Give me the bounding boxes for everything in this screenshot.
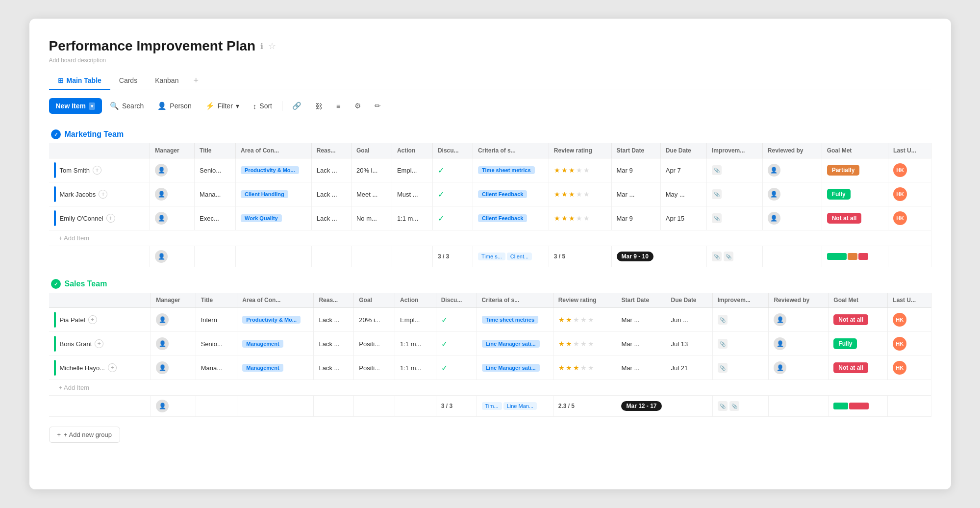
- cell-criteria[interactable]: Time sheet metrics: [473, 158, 549, 182]
- star-icon[interactable]: ☆: [268, 41, 276, 51]
- area-tag[interactable]: Work Quality: [241, 214, 282, 222]
- col-criteria: Criteria of s...: [477, 293, 553, 308]
- add-item-row[interactable]: + Add Item: [49, 230, 931, 246]
- search-button[interactable]: 🔍 Search: [104, 98, 150, 114]
- cell-criteria[interactable]: Time sheet metrics: [477, 308, 553, 332]
- last-update-avatar: HK: [893, 313, 906, 327]
- summary-cell-action: [395, 396, 436, 417]
- add-to-row-icon[interactable]: +: [93, 166, 101, 175]
- summary-improvement: 📎 📎: [706, 246, 762, 267]
- add-to-row-icon[interactable]: +: [99, 190, 107, 199]
- add-to-row-icon[interactable]: +: [95, 339, 103, 348]
- cell-action: 1:1 m...: [392, 206, 432, 230]
- cell-last-update: HK: [888, 158, 931, 182]
- filter-button[interactable]: ⚡ Filter ▾: [200, 98, 245, 114]
- table-row[interactable]: Tom Smith + 👤 Senio... Productivity & Mo…: [49, 158, 931, 182]
- cell-start-date: Mar ...: [616, 308, 666, 332]
- app-container: Performance Improvement Plan ℹ ☆ Add boa…: [29, 19, 951, 489]
- cell-criteria[interactable]: Client Feedback: [473, 182, 549, 206]
- summary-bar: [858, 253, 868, 260]
- new-item-button[interactable]: New Item ▾: [49, 98, 102, 114]
- edit-icon-button[interactable]: ✏: [369, 98, 387, 114]
- sales-team-name: Sales Team: [65, 279, 107, 288]
- criteria-tag[interactable]: Line Manager sati...: [482, 364, 540, 372]
- settings-icon-button[interactable]: ⚙: [349, 98, 367, 114]
- cell-area[interactable]: Management: [237, 332, 314, 356]
- cell-goal-met: Not at all: [829, 308, 888, 332]
- criteria-tag[interactable]: Time sheet metrics: [478, 166, 534, 174]
- board-description[interactable]: Add board description: [49, 57, 931, 64]
- page-title: Performance Improvement Plan: [49, 38, 256, 54]
- toolbar: New Item ▾ 🔍 Search 👤 Person ⚡ Filter ▾ …: [49, 98, 931, 114]
- cell-goal: Positi...: [354, 356, 395, 380]
- criteria-tag[interactable]: Time sheet metrics: [482, 316, 538, 324]
- unlink-icon-button[interactable]: ⛓: [309, 99, 328, 114]
- add-item-row[interactable]: + Add Item: [49, 380, 931, 396]
- star-5: ★: [588, 316, 594, 324]
- cell-criteria[interactable]: Client Feedback: [473, 206, 549, 230]
- criteria-tag[interactable]: Client Feedback: [478, 190, 527, 198]
- area-tag[interactable]: Productivity & Mo...: [242, 316, 301, 324]
- area-tag[interactable]: Productivity & Mo...: [241, 166, 299, 174]
- cell-action: 1:1 m...: [395, 332, 436, 356]
- cell-reason: Lack ...: [314, 356, 354, 380]
- tab-cards-label: Cards: [119, 76, 137, 84]
- improvement-icon: 📎: [712, 189, 722, 199]
- cell-due-date: Jul 13: [666, 332, 712, 356]
- cell-criteria[interactable]: Line Manager sati...: [477, 356, 553, 380]
- cell-name: Michelle Hayo... +: [49, 356, 151, 380]
- star-3: ★: [573, 340, 579, 348]
- cell-area[interactable]: Productivity & Mo...: [236, 158, 312, 182]
- add-group-button[interactable]: + + Add new group: [49, 427, 121, 443]
- person-button[interactable]: 👤 Person: [151, 98, 197, 114]
- summary-criteria-tag: Tim...: [482, 402, 502, 410]
- cell-title: Exec...: [195, 206, 236, 230]
- tab-add[interactable]: +: [187, 72, 204, 90]
- sort-icon: ↕: [253, 102, 257, 110]
- tab-main-table[interactable]: ⊞ Main Table: [49, 72, 110, 90]
- marketing-team-name: Marketing Team: [65, 130, 124, 139]
- star-3: ★: [569, 214, 575, 222]
- tab-cards[interactable]: Cards: [110, 72, 146, 90]
- area-tag[interactable]: Management: [242, 340, 283, 348]
- add-to-row-icon[interactable]: +: [88, 315, 97, 324]
- row-color-bar: [54, 312, 56, 328]
- sort-button[interactable]: ↕ Sort: [247, 99, 278, 114]
- sales-team-icon: ✓: [51, 279, 61, 289]
- criteria-tag[interactable]: Client Feedback: [478, 214, 527, 222]
- cell-rating: ★★★★★: [553, 332, 616, 356]
- add-item-cell[interactable]: + Add Item: [49, 380, 931, 396]
- link-icon-button[interactable]: 🔗: [286, 98, 307, 114]
- table-row[interactable]: Mark Jacobs + 👤 Mana... Client Handling …: [49, 182, 931, 206]
- info-icon[interactable]: ℹ: [260, 42, 263, 51]
- add-to-row-icon[interactable]: +: [106, 214, 115, 223]
- criteria-tag[interactable]: Line Manager sati...: [482, 340, 540, 348]
- discussion-checkmark: ✓: [441, 316, 448, 324]
- area-tag[interactable]: Client Handling: [241, 190, 288, 198]
- col-reviewed: Reviewed by: [762, 143, 822, 158]
- cell-criteria[interactable]: Line Manager sati...: [477, 332, 553, 356]
- cell-area[interactable]: Client Handling: [236, 182, 312, 206]
- cell-name: Mark Jacobs +: [49, 182, 150, 206]
- col-due: Due Date: [666, 293, 712, 308]
- add-item-cell[interactable]: + Add Item: [49, 230, 931, 246]
- tab-kanban[interactable]: Kanban: [146, 72, 187, 90]
- summary-rating: 3 / 5: [549, 246, 611, 267]
- summary-discussion-count: 3 / 3: [432, 246, 473, 267]
- summary-imp-icon-1: 📎: [718, 401, 728, 411]
- cell-area[interactable]: Work Quality: [236, 206, 312, 230]
- col-manager: Manager: [151, 293, 196, 308]
- table-row[interactable]: Boris Grant + 👤 Senio... Management Lack…: [49, 332, 931, 356]
- table-row[interactable]: Pia Patel + 👤 Intern Productivity & Mo..…: [49, 308, 931, 332]
- marketing-team-section: ✓ Marketing Team Manager Title Area of C…: [49, 126, 931, 267]
- cell-area[interactable]: Management: [237, 356, 314, 380]
- table-row[interactable]: Michelle Hayo... + 👤 Mana... Management …: [49, 356, 931, 380]
- table-row[interactable]: Emily O'Connel + 👤 Exec... Work Quality …: [49, 206, 931, 230]
- cell-area[interactable]: Productivity & Mo...: [237, 308, 314, 332]
- summary-criteria-tag: Client...: [507, 253, 532, 260]
- area-tag[interactable]: Management: [242, 364, 283, 372]
- star-5: ★: [583, 214, 590, 222]
- add-to-row-icon[interactable]: +: [108, 363, 117, 372]
- rows-icon-button[interactable]: ≡: [330, 99, 347, 114]
- new-item-dropdown-arrow[interactable]: ▾: [89, 102, 95, 110]
